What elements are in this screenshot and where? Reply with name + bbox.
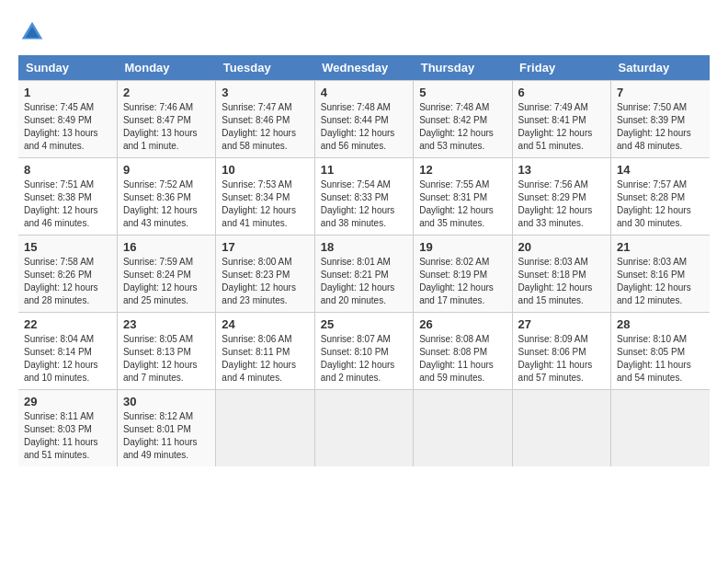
day-number: 17 (222, 240, 308, 254)
calendar-week-5: 29Sunrise: 8:11 AM Sunset: 8:03 PM Dayli… (18, 390, 710, 467)
calendar-cell: 9Sunrise: 7:52 AM Sunset: 8:36 PM Daylig… (117, 158, 215, 236)
day-number: 21 (617, 240, 704, 254)
day-number: 12 (419, 163, 506, 177)
day-header-tuesday: Tuesday (216, 55, 314, 81)
calendar-cell: 29Sunrise: 8:11 AM Sunset: 8:03 PM Dayli… (18, 390, 117, 467)
day-info: Sunrise: 7:53 AM Sunset: 8:34 PM Dayligh… (222, 178, 308, 230)
calendar-cell (414, 390, 512, 467)
calendar-cell: 16Sunrise: 7:59 AM Sunset: 8:24 PM Dayli… (117, 236, 215, 313)
calendar-cell: 4Sunrise: 7:48 AM Sunset: 8:44 PM Daylig… (314, 81, 413, 158)
calendar-table: SundayMondayTuesdayWednesdayThursdayFrid… (18, 55, 710, 466)
calendar-cell: 18Sunrise: 8:01 AM Sunset: 8:21 PM Dayli… (314, 236, 413, 313)
day-number: 6 (518, 86, 605, 99)
calendar-cell: 2Sunrise: 7:46 AM Sunset: 8:47 PM Daylig… (117, 81, 215, 158)
calendar-cell: 12Sunrise: 7:55 AM Sunset: 8:31 PM Dayli… (414, 158, 512, 236)
day-info: Sunrise: 7:48 AM Sunset: 8:42 PM Dayligh… (419, 101, 506, 153)
day-number: 26 (419, 317, 506, 331)
calendar-week-3: 15Sunrise: 7:58 AM Sunset: 8:26 PM Dayli… (18, 236, 710, 313)
day-info: Sunrise: 7:58 AM Sunset: 8:26 PM Dayligh… (24, 256, 111, 307)
day-number: 22 (24, 317, 111, 331)
calendar-cell: 26Sunrise: 8:08 AM Sunset: 8:08 PM Dayli… (414, 313, 512, 390)
day-info: Sunrise: 7:49 AM Sunset: 8:41 PM Dayligh… (518, 101, 605, 153)
calendar-cell (216, 390, 314, 467)
calendar-cell: 15Sunrise: 7:58 AM Sunset: 8:26 PM Dayli… (18, 236, 117, 313)
day-number: 8 (24, 163, 111, 177)
calendar-cell: 8Sunrise: 7:51 AM Sunset: 8:38 PM Daylig… (18, 158, 117, 236)
day-number: 13 (518, 163, 605, 177)
day-number: 4 (321, 86, 407, 99)
calendar-cell: 19Sunrise: 8:02 AM Sunset: 8:19 PM Dayli… (414, 236, 512, 313)
day-number: 24 (222, 317, 308, 331)
calendar-cell: 14Sunrise: 7:57 AM Sunset: 8:28 PM Dayli… (611, 158, 710, 236)
day-info: Sunrise: 8:03 AM Sunset: 8:18 PM Dayligh… (518, 256, 605, 307)
day-number: 5 (419, 86, 506, 99)
logo-icon (18, 18, 46, 46)
day-number: 18 (321, 240, 407, 254)
day-info: Sunrise: 7:51 AM Sunset: 8:38 PM Dayligh… (24, 178, 111, 230)
day-header-saturday: Saturday (611, 55, 710, 81)
day-number: 15 (24, 240, 111, 254)
day-number: 25 (321, 317, 407, 331)
calendar-cell: 25Sunrise: 8:07 AM Sunset: 8:10 PM Dayli… (314, 313, 413, 390)
calendar-cell: 23Sunrise: 8:05 AM Sunset: 8:13 PM Dayli… (117, 313, 215, 390)
day-info: Sunrise: 8:00 AM Sunset: 8:23 PM Dayligh… (222, 256, 308, 307)
calendar-cell: 7Sunrise: 7:50 AM Sunset: 8:39 PM Daylig… (611, 81, 710, 158)
day-number: 1 (24, 86, 111, 99)
calendar-cell: 27Sunrise: 8:09 AM Sunset: 8:06 PM Dayli… (512, 313, 610, 390)
day-number: 20 (518, 240, 605, 254)
day-number: 23 (123, 317, 210, 331)
day-info: Sunrise: 7:56 AM Sunset: 8:29 PM Dayligh… (518, 178, 605, 230)
calendar-cell: 1Sunrise: 7:45 AM Sunset: 8:49 PM Daylig… (18, 81, 117, 158)
calendar-week-4: 22Sunrise: 8:04 AM Sunset: 8:14 PM Dayli… (18, 313, 710, 390)
day-info: Sunrise: 8:02 AM Sunset: 8:19 PM Dayligh… (419, 256, 506, 307)
day-info: Sunrise: 8:12 AM Sunset: 8:01 PM Dayligh… (123, 410, 210, 462)
calendar-week-1: 1Sunrise: 7:45 AM Sunset: 8:49 PM Daylig… (18, 81, 710, 158)
day-number: 11 (321, 163, 407, 177)
day-info: Sunrise: 7:57 AM Sunset: 8:28 PM Dayligh… (617, 178, 704, 230)
day-info: Sunrise: 7:47 AM Sunset: 8:46 PM Dayligh… (222, 101, 308, 153)
day-number: 2 (123, 86, 210, 99)
day-header-monday: Monday (117, 55, 215, 81)
logo (18, 18, 51, 46)
day-info: Sunrise: 7:48 AM Sunset: 8:44 PM Dayligh… (321, 101, 407, 153)
day-info: Sunrise: 8:03 AM Sunset: 8:16 PM Dayligh… (617, 256, 704, 307)
calendar-cell (611, 390, 710, 467)
day-info: Sunrise: 7:52 AM Sunset: 8:36 PM Dayligh… (123, 178, 210, 230)
calendar-week-2: 8Sunrise: 7:51 AM Sunset: 8:38 PM Daylig… (18, 158, 710, 236)
calendar-cell: 22Sunrise: 8:04 AM Sunset: 8:14 PM Dayli… (18, 313, 117, 390)
calendar-cell: 17Sunrise: 8:00 AM Sunset: 8:23 PM Dayli… (216, 236, 314, 313)
day-number: 16 (123, 240, 210, 254)
day-info: Sunrise: 7:55 AM Sunset: 8:31 PM Dayligh… (419, 178, 506, 230)
day-info: Sunrise: 8:05 AM Sunset: 8:13 PM Dayligh… (123, 333, 210, 385)
calendar-cell: 13Sunrise: 7:56 AM Sunset: 8:29 PM Dayli… (512, 158, 610, 236)
day-number: 7 (617, 86, 704, 99)
calendar-cell: 24Sunrise: 8:06 AM Sunset: 8:11 PM Dayli… (216, 313, 314, 390)
calendar-cell: 5Sunrise: 7:48 AM Sunset: 8:42 PM Daylig… (414, 81, 512, 158)
calendar-cell: 6Sunrise: 7:49 AM Sunset: 8:41 PM Daylig… (512, 81, 610, 158)
calendar-cell: 30Sunrise: 8:12 AM Sunset: 8:01 PM Dayli… (117, 390, 215, 467)
header (18, 18, 710, 46)
day-number: 9 (123, 163, 210, 177)
day-number: 27 (518, 317, 605, 331)
day-info: Sunrise: 8:07 AM Sunset: 8:10 PM Dayligh… (321, 333, 407, 385)
day-info: Sunrise: 8:11 AM Sunset: 8:03 PM Dayligh… (24, 410, 111, 462)
day-info: Sunrise: 7:59 AM Sunset: 8:24 PM Dayligh… (123, 256, 210, 307)
day-number: 30 (123, 395, 210, 408)
day-info: Sunrise: 8:08 AM Sunset: 8:08 PM Dayligh… (419, 333, 506, 385)
day-header-sunday: Sunday (18, 55, 117, 81)
day-info: Sunrise: 8:06 AM Sunset: 8:11 PM Dayligh… (222, 333, 308, 385)
calendar-cell: 3Sunrise: 7:47 AM Sunset: 8:46 PM Daylig… (216, 81, 314, 158)
day-number: 14 (617, 163, 704, 177)
calendar-cell: 10Sunrise: 7:53 AM Sunset: 8:34 PM Dayli… (216, 158, 314, 236)
day-info: Sunrise: 8:10 AM Sunset: 8:05 PM Dayligh… (617, 333, 704, 385)
day-header-friday: Friday (512, 55, 610, 81)
calendar-cell (314, 390, 413, 467)
calendar-cell (512, 390, 610, 467)
day-info: Sunrise: 7:45 AM Sunset: 8:49 PM Dayligh… (24, 101, 111, 153)
calendar-cell: 20Sunrise: 8:03 AM Sunset: 8:18 PM Dayli… (512, 236, 610, 313)
day-info: Sunrise: 7:50 AM Sunset: 8:39 PM Dayligh… (617, 101, 704, 153)
day-number: 28 (617, 317, 704, 331)
calendar-cell: 11Sunrise: 7:54 AM Sunset: 8:33 PM Dayli… (314, 158, 413, 236)
day-header-wednesday: Wednesday (314, 55, 413, 81)
day-info: Sunrise: 7:54 AM Sunset: 8:33 PM Dayligh… (321, 178, 407, 230)
